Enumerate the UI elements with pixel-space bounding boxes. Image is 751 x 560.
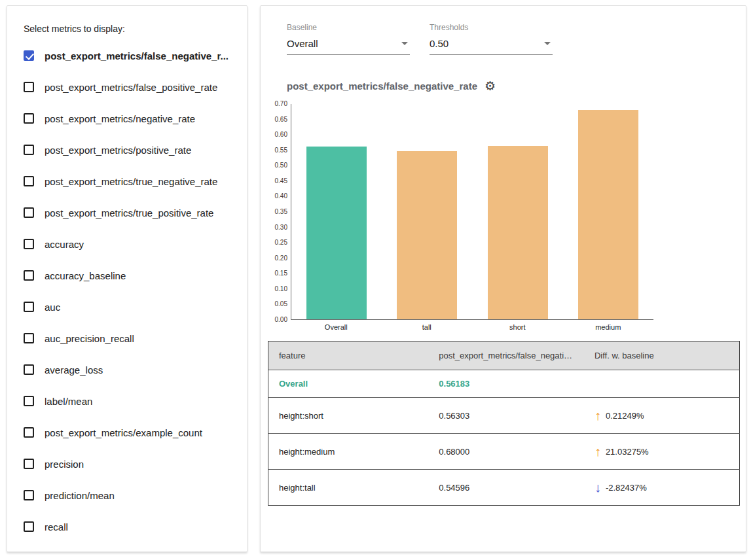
y-axis-tick-label: 0.25 [275, 239, 287, 246]
metric-item-label: average_loss [45, 364, 103, 376]
metric-item-label: accuracy [45, 239, 84, 250]
table-header-cell-0: feature [268, 341, 429, 370]
chart-bar-short[interactable] [488, 146, 548, 319]
bar-slot [291, 104, 382, 319]
metric-checkbox-item-8[interactable]: auc [7, 291, 247, 323]
metric-checkbox-item-9[interactable]: auc_precision_recall [7, 323, 247, 354]
y-axis-tick-label: 0.40 [275, 193, 287, 200]
checkbox-unchecked-icon[interactable] [24, 145, 34, 155]
bar-slot [563, 104, 653, 319]
chevron-down-icon [544, 42, 551, 45]
x-axis-category-label: short [472, 323, 563, 331]
baseline-selected-value: Overall [287, 38, 318, 49]
controls-row: Baseline Overall Thresholds 0.50 [261, 6, 746, 55]
feature-cell: height:short [268, 398, 429, 434]
checkbox-unchecked-icon[interactable] [24, 459, 34, 469]
settings-gear-icon[interactable]: ⚙ [485, 80, 496, 92]
bar-slot [382, 104, 472, 319]
metric-item-label: label/mean [45, 396, 92, 407]
metric-checkbox-item-1[interactable]: post_export_metrics/false_positive_rate [7, 71, 247, 103]
feature-cell: height:medium [268, 434, 429, 470]
results-panel: Baseline Overall Thresholds 0.50 post_ex… [260, 5, 746, 552]
metric-item-label: auc [45, 302, 60, 313]
table-header-cell-2: Diff. w. baseline [584, 341, 740, 370]
metric-item-label: precision [45, 459, 84, 470]
thresholds-select[interactable]: 0.50 [430, 34, 553, 55]
metric-item-label: accuracy_baseline [45, 270, 126, 281]
y-axis-tick-label: 0.45 [275, 178, 287, 184]
table-row-overall: Overall0.56183 [268, 370, 740, 398]
metric-selector-panel: Select metrics to display: post_export_m… [7, 5, 247, 552]
metric-checkbox-item-7[interactable]: accuracy_baseline [7, 260, 247, 291]
metric-checkbox-item-3[interactable]: post_export_metrics/positive_rate [7, 134, 247, 166]
y-axis-tick-label: 0.50 [275, 162, 287, 169]
metric-checkbox-item-6[interactable]: accuracy [7, 228, 247, 260]
metric-item-label: post_export_metrics/positive_rate [45, 145, 191, 156]
y-axis-tick-label: 0.00 [275, 317, 287, 323]
baseline-select[interactable]: Overall [287, 34, 410, 55]
chart-bar-medium[interactable] [578, 110, 638, 319]
checkbox-unchecked-icon[interactable] [24, 302, 34, 312]
table-header-cell-1: post_export_metrics/false_negative_rat..… [428, 341, 584, 370]
checkbox-unchecked-icon[interactable] [24, 396, 34, 406]
metric-checkbox-item-13[interactable]: precision [7, 448, 247, 480]
up-arrow-icon: ↑ [595, 409, 601, 422]
baseline-label: Baseline [287, 23, 410, 32]
chart-bar-overall[interactable] [306, 147, 367, 319]
metric-checkbox-item-14[interactable]: prediction/mean [7, 480, 247, 511]
metric-checkbox-item-15[interactable]: recall [7, 511, 247, 542]
chart-header: post_export_metrics/false_negative_rate … [287, 80, 746, 92]
checkbox-unchecked-icon[interactable] [24, 333, 34, 343]
metric-item-label: post_export_metrics/false_negative_r... [45, 50, 229, 61]
metric-item-label: post_export_metrics/false_positive_rate [45, 82, 217, 93]
checkbox-unchecked-icon[interactable] [24, 490, 34, 500]
metrics-checkbox-list: post_export_metrics/false_negative_r...p… [7, 40, 247, 542]
metric-checkbox-item-2[interactable]: post_export_metrics/negative_rate [7, 103, 247, 134]
diff-cell [584, 370, 740, 398]
table-row-height-medium: height:medium0.68000↑21.03275% [268, 434, 740, 470]
table-row-height-tall: height:tall0.54596↓-2.82437% [268, 470, 740, 506]
thresholds-control: Thresholds 0.50 [430, 23, 553, 55]
up-arrow-icon: ↑ [595, 445, 601, 458]
checkbox-unchecked-icon[interactable] [24, 82, 34, 92]
bar-slot [473, 104, 563, 319]
checkbox-unchecked-icon[interactable] [24, 113, 34, 124]
metric-checkbox-item-10[interactable]: average_loss [7, 354, 247, 385]
metric-item-label: recall [45, 521, 68, 533]
metric-item-label: post_export_metrics/negative_rate [45, 113, 195, 124]
x-axis-category-label: Overall [291, 323, 382, 331]
chart-bar-tall[interactable] [397, 151, 457, 319]
y-axis-tick-label: 0.05 [275, 301, 287, 307]
thresholds-label: Thresholds [430, 23, 553, 32]
metric-item-label: auc_precision_recall [45, 333, 134, 344]
checkbox-unchecked-icon[interactable] [24, 207, 34, 218]
thresholds-selected-value: 0.50 [430, 38, 449, 49]
metric-value-cell: 0.68000 [428, 434, 584, 470]
checkbox-unchecked-icon[interactable] [24, 176, 34, 186]
metric-checkbox-item-5[interactable]: post_export_metrics/true_positive_rate [7, 197, 247, 228]
checkbox-unchecked-icon[interactable] [24, 364, 34, 375]
diff-percentage: 21.03275% [606, 447, 649, 457]
metric-checkbox-item-4[interactable]: post_export_metrics/true_negative_rate [7, 166, 247, 197]
down-arrow-icon: ↓ [595, 481, 601, 494]
metric-checkbox-item-11[interactable]: label/mean [7, 385, 247, 417]
checkbox-unchecked-icon[interactable] [24, 521, 34, 532]
metric-selector-title: Select metrics to display: [24, 24, 247, 34]
y-axis-tick-label: 0.55 [275, 147, 287, 154]
metric-checkbox-item-0[interactable]: post_export_metrics/false_negative_r... [7, 40, 247, 71]
checkbox-unchecked-icon[interactable] [24, 239, 34, 249]
diff-cell: ↓-2.82437% [584, 470, 740, 506]
bar-chart: 0.000.050.100.150.200.250.300.350.400.45… [267, 104, 746, 331]
diff-percentage: -2.82437% [606, 483, 647, 493]
checkbox-unchecked-icon[interactable] [24, 270, 34, 281]
checkbox-checked-icon[interactable] [24, 50, 34, 61]
diff-percentage: 0.21249% [606, 411, 644, 421]
y-axis: 0.000.050.100.150.200.250.300.350.400.45… [267, 104, 291, 320]
checkbox-unchecked-icon[interactable] [24, 427, 34, 438]
y-axis-tick-label: 0.20 [275, 255, 287, 262]
y-axis-tick-label: 0.10 [275, 286, 287, 292]
fairness-indicators-page: Select metrics to display: post_export_m… [0, 0, 751, 560]
x-axis-category-label: tall [382, 323, 473, 331]
metric-checkbox-item-12[interactable]: post_export_metrics/example_count [7, 417, 247, 448]
y-axis-tick-label: 0.35 [275, 209, 287, 215]
